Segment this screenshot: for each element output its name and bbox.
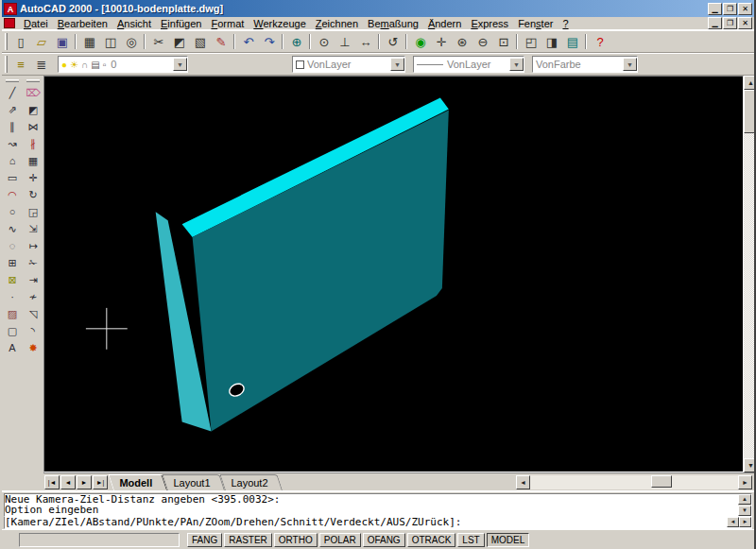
linetype-combo[interactable]: VonLayer ▼: [413, 56, 524, 73]
first-tab[interactable]: |◄: [44, 475, 60, 489]
zoom-window-button[interactable]: ⊡: [493, 32, 514, 51]
child-minimize-button[interactable]: ▁: [708, 17, 722, 29]
chevron-down-icon[interactable]: ▼: [390, 58, 404, 71]
scroll-down-icon[interactable]: ▼: [744, 458, 756, 472]
close-button[interactable]: ✕: [738, 3, 752, 15]
drawing-doc-icon[interactable]: [4, 18, 15, 28]
last-tab[interactable]: ►|: [93, 475, 108, 489]
minimize-button[interactable]: ▁: [708, 3, 722, 15]
3d-orbit-button[interactable]: ◉: [410, 32, 431, 51]
horizontal-scroll-thumb[interactable]: [651, 475, 672, 488]
make-object-layer-current-button[interactable]: ≡: [10, 55, 31, 74]
fenster[interactable]: Fenster: [513, 18, 558, 29]
line-button[interactable]: ╱: [4, 84, 22, 101]
explode-button[interactable]: ✸: [25, 339, 43, 356]
extend-button[interactable]: ⇥: [25, 271, 43, 288]
properties-button[interactable]: ◨: [541, 32, 562, 51]
autocad-app-icon[interactable]: A: [4, 3, 17, 15]
multiline-text-button[interactable]: A: [4, 339, 22, 356]
plotstyle-combo[interactable]: VonFarbe ▼: [532, 56, 638, 73]
zeichnen[interactable]: Zeichnen: [311, 18, 363, 29]
layer-combo[interactable]: ●☀∩▤▫ 0 ▼: [58, 56, 188, 73]
fillet-button[interactable]: ◝: [25, 322, 43, 339]
scroll-right-icon[interactable]: ►: [738, 475, 752, 489]
print-button[interactable]: ▦: [79, 32, 100, 51]
scale-button[interactable]: ◲: [25, 203, 43, 220]
match-properties-button[interactable]: ✎: [211, 32, 232, 51]
scroll-down-icon[interactable]: ▼: [738, 506, 751, 516]
copy-object-button[interactable]: ◩: [25, 101, 43, 118]
array-button[interactable]: ▦: [25, 152, 43, 169]
redo-button[interactable]: ↷: [259, 32, 280, 51]
hatch-button[interactable]: ▨: [4, 305, 22, 322]
temporary-track-point-button[interactable]: ⊙: [314, 32, 335, 51]
copy-button[interactable]: ◩: [169, 32, 190, 51]
model-viewport[interactable]: [43, 76, 744, 472]
werkzeuge[interactable]: Werkzeuge: [249, 18, 310, 29]
region-button[interactable]: ▢: [4, 322, 22, 339]
einfuegen[interactable]: Einfügen: [156, 18, 206, 29]
construction-line-button[interactable]: ⇗: [4, 101, 22, 118]
arc-button[interactable]: ◠: [4, 186, 22, 203]
polyline-button[interactable]: ↝: [4, 135, 22, 152]
polygon-button[interactable]: ⌂: [4, 152, 22, 169]
erase-button[interactable]: ⌦: [25, 84, 43, 101]
chevron-down-icon[interactable]: ▼: [509, 58, 524, 71]
modell[interactable]: Modell: [108, 474, 166, 490]
ansicht[interactable]: Ansicht: [112, 18, 156, 29]
paste-button[interactable]: ▧: [190, 32, 211, 51]
prev-tab[interactable]: ◄: [60, 475, 76, 489]
otrack[interactable]: OTRACK: [407, 533, 456, 547]
print-preview-button[interactable]: ◫: [100, 32, 121, 51]
stretch-button[interactable]: ⇲: [25, 220, 43, 237]
layout2[interactable]: Layout2: [219, 474, 283, 490]
find-button[interactable]: ◎: [121, 32, 142, 51]
break-button[interactable]: ≁: [25, 288, 43, 305]
mirror-button[interactable]: ⋈: [25, 118, 43, 135]
rotate-button[interactable]: ↻: [25, 186, 43, 203]
polar[interactable]: POLAR: [319, 533, 361, 547]
child-close-button[interactable]: ✕: [738, 17, 752, 29]
cut-button[interactable]: ✂: [148, 32, 169, 51]
ortho[interactable]: ORTHO: [274, 533, 318, 547]
help-button[interactable]: ?: [590, 32, 610, 51]
scroll-up-icon[interactable]: ▲: [738, 494, 751, 505]
lst[interactable]: LST: [457, 533, 484, 547]
ucs-button[interactable]: ⊥: [335, 32, 355, 51]
fang[interactable]: FANG: [187, 533, 222, 547]
trim-button[interactable]: ✁: [25, 254, 43, 271]
distance-button[interactable]: ↔: [355, 32, 376, 51]
layout1[interactable]: Layout1: [162, 474, 225, 490]
layer-color[interactable]: ▫: [103, 60, 107, 70]
layer-lock[interactable]: ∩: [81, 60, 88, 70]
aerial-view-button[interactable]: ◰: [521, 32, 541, 51]
raster[interactable]: RASTER: [224, 533, 272, 547]
layer-freeze[interactable]: ☀: [70, 60, 78, 70]
insert-block-button[interactable]: ⊞: [4, 254, 22, 271]
toolbar-grip[interactable]: [5, 33, 8, 50]
model[interactable]: MODEL: [487, 533, 530, 547]
command-input[interactable]: [Kamera/ZIel/ABstand/PUnkte/PAn/ZOom/Dre…: [4, 517, 752, 529]
move-button[interactable]: ✛: [25, 169, 43, 186]
vertical-scroll-thumb[interactable]: [744, 90, 756, 133]
command-scrollbar[interactable]: ▲ ▼: [738, 494, 751, 516]
bemassung[interactable]: Bemaßung: [363, 18, 423, 29]
color-combo[interactable]: VonLayer ▼: [292, 56, 405, 73]
scroll-up-icon[interactable]: ▲: [744, 76, 756, 90]
toolbar-grip[interactable]: [26, 79, 40, 82]
chevron-down-icon[interactable]: ▼: [173, 58, 187, 71]
child-restore-button[interactable]: ❐: [723, 17, 737, 29]
next-tab[interactable]: ►: [77, 475, 92, 489]
undo-button[interactable]: ↶: [238, 32, 259, 51]
chevron-down-icon[interactable]: ▼: [623, 58, 637, 71]
db-connect-button[interactable]: ▤: [562, 32, 583, 51]
zoom-previous-button[interactable]: ⊖: [472, 32, 493, 51]
multiline-button[interactable]: ∥: [4, 118, 22, 135]
make-block-button[interactable]: ⊠: [4, 271, 22, 288]
layer-plot[interactable]: ▤: [91, 60, 99, 70]
circle-button[interactable]: ○: [4, 203, 22, 220]
open-button[interactable]: ▱: [31, 32, 52, 51]
vertical-scrollbar[interactable]: ▲ ▼: [744, 76, 756, 472]
redraw-button[interactable]: ↺: [383, 32, 404, 51]
aendern[interactable]: Ändern: [423, 18, 466, 29]
